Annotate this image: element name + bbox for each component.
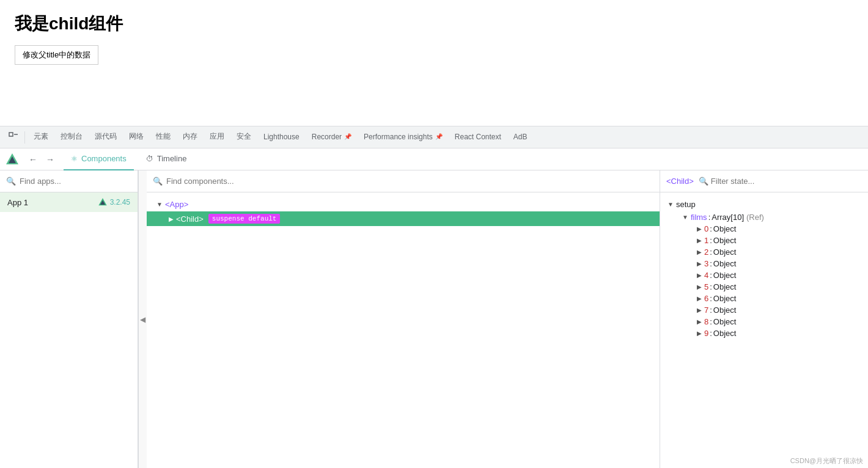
page-title: 我是child组件 [15,12,853,35]
modify-button[interactable]: 修改父title中的数据 [15,45,98,65]
